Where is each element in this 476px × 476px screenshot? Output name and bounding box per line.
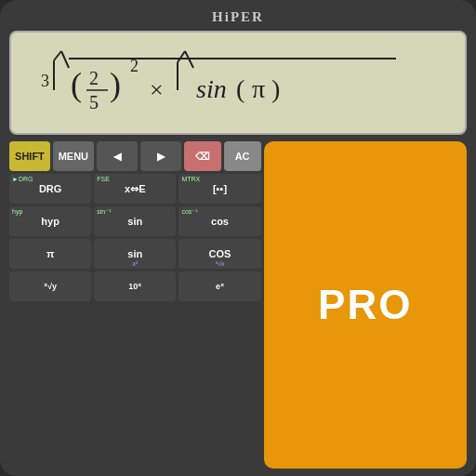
drg-row: ►DRG DRG FSE x⇔E MTRX [▪▪] [9,174,261,204]
x-e-button[interactable]: FSE x⇔E [94,174,176,204]
svg-text:×: × [150,76,164,103]
menu-button[interactable]: MENU [53,141,94,171]
ex-button[interactable]: eˣ [178,271,260,301]
10x-button[interactable]: 10ˣ [94,271,176,301]
display-area: 3 ( 2 5 ) 2 × sin [9,31,467,135]
control-row: SHIFT MENU ◀ ▶ ⌫ AC [9,141,261,171]
hyp-button[interactable]: hyp hyp [9,206,91,236]
svg-text:(: ( [236,74,245,103]
sin-button[interactable]: sin x³ [94,239,176,269]
svg-text:3: 3 [41,72,49,90]
right-arrow-button[interactable]: ▶ [140,141,181,171]
exp-row: ˣ√y 10ˣ eˣ [9,271,261,301]
svg-text:2: 2 [130,57,139,75]
pro-badge-container: PRO [264,141,467,469]
app-title: HiPER [212,9,264,25]
matrix-button[interactable]: MTRX [▪▪] [178,174,260,204]
pi-row: π sin x³ COS ³√x [9,239,261,269]
svg-text:): ) [271,74,280,103]
svg-text:π: π [252,74,265,103]
cos-button[interactable]: COS ³√x [178,239,260,269]
svg-line-3 [61,51,69,68]
svg-line-2 [54,51,61,60]
bottom-row-wrapper: SHIFT MENU ◀ ▶ ⌫ AC [9,141,467,469]
svg-text:sin: sin [196,74,227,103]
pro-text: PRO [318,282,412,328]
svg-text:): ) [110,66,121,103]
left-keypad: SHIFT MENU ◀ ▶ ⌫ AC [9,141,261,469]
pro-badge: PRO [264,141,467,469]
hyp-row: hyp hyp sin⁻¹ sin cos⁻¹ cos [9,206,261,236]
ac-button[interactable]: AC [224,141,261,171]
svg-line-13 [178,51,185,62]
svg-text:(: ( [71,66,82,103]
svg-text:5: 5 [89,92,99,112]
formula-svg: 3 ( 2 5 ) 2 × sin [24,42,452,126]
app-container: HiPER 3 ( 2 5 ) 2 × [0,0,476,476]
drg-button[interactable]: ►DRG DRG [9,174,91,204]
backspace-button[interactable]: ⌫ [184,141,221,171]
xrooty-button[interactable]: ˣ√y [9,271,91,301]
cos-inv-button[interactable]: cos⁻¹ cos [178,206,260,236]
shift-button[interactable]: SHIFT [9,141,50,171]
left-arrow-button[interactable]: ◀ [97,141,138,171]
pi-button[interactable]: π [9,239,91,269]
svg-text:2: 2 [89,68,99,88]
sin-inv-button[interactable]: sin⁻¹ sin [94,206,176,236]
